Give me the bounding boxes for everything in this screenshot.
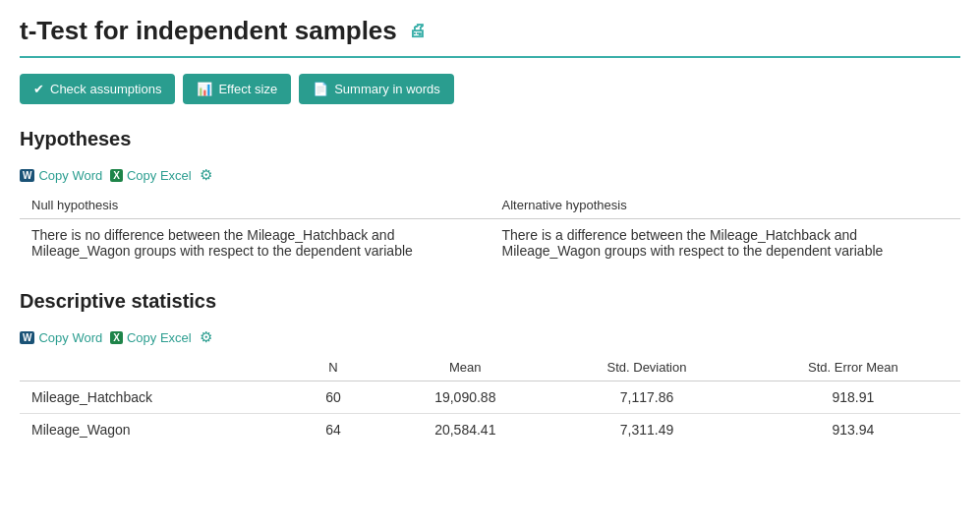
word-icon-2: W bbox=[20, 331, 34, 344]
hypotheses-title: Hypotheses bbox=[20, 128, 960, 156]
descriptive-copy-word[interactable]: W Copy Word bbox=[20, 330, 102, 345]
row-hatchback-mean: 19,090.88 bbox=[382, 381, 548, 414]
hypotheses-table: Null hypothesis Alternative hypothesis T… bbox=[20, 192, 960, 266]
toolbar: ✔ Check assumptions 📊 Effect size 📄 Summ… bbox=[20, 74, 960, 104]
col-std-dev-header: Std. Deviation bbox=[548, 354, 745, 381]
descriptive-copy-excel[interactable]: X Copy Excel bbox=[110, 330, 191, 345]
col-mean-header: Mean bbox=[382, 354, 548, 381]
hypotheses-copy-word[interactable]: W Copy Word bbox=[20, 168, 102, 183]
descriptive-settings-icon[interactable]: ⚙ bbox=[200, 328, 212, 346]
hypotheses-copy-bar: W Copy Word X Copy Excel ⚙ bbox=[20, 166, 960, 184]
null-hypothesis-cell: There is no difference between the Milea… bbox=[20, 219, 490, 267]
row-wagon-std-dev: 7,311.49 bbox=[548, 414, 745, 446]
check-assumptions-button[interactable]: ✔ Check assumptions bbox=[20, 74, 175, 104]
hypotheses-settings-icon[interactable]: ⚙ bbox=[200, 166, 212, 184]
word-icon: W bbox=[20, 169, 34, 182]
descriptive-stats-copy-bar: W Copy Word X Copy Excel ⚙ bbox=[20, 328, 960, 346]
col-n-header: N bbox=[284, 354, 383, 381]
row-hatchback-name: Mileage_Hatchback bbox=[20, 381, 284, 414]
summary-words-button[interactable]: 📄 Summary in words bbox=[299, 74, 454, 104]
descriptive-stats-title: Descriptive statistics bbox=[20, 290, 960, 319]
table-row: Mileage_Wagon 64 20,584.41 7,311.49 913.… bbox=[20, 414, 960, 446]
row-wagon-name: Mileage_Wagon bbox=[20, 414, 284, 446]
check-icon: ✔ bbox=[33, 82, 44, 96]
chart-icon: 📊 bbox=[197, 82, 212, 96]
excel-icon: X bbox=[110, 169, 123, 182]
hypotheses-section: Hypotheses W Copy Word X Copy Excel ⚙ Nu… bbox=[20, 128, 960, 266]
col-std-err-header: Std. Error Mean bbox=[746, 354, 960, 381]
row-wagon-mean: 20,584.41 bbox=[382, 414, 548, 446]
alt-hypothesis-header: Alternative hypothesis bbox=[490, 192, 961, 219]
doc-icon: 📄 bbox=[313, 82, 328, 96]
excel-icon-2: X bbox=[110, 331, 123, 344]
alt-hypothesis-cell: There is a difference between the Mileag… bbox=[490, 219, 961, 267]
row-hatchback-std-err: 918.91 bbox=[746, 381, 960, 414]
row-hatchback-std-dev: 7,117.86 bbox=[548, 381, 745, 414]
row-wagon-n: 64 bbox=[284, 414, 383, 446]
hypotheses-copy-excel[interactable]: X Copy Excel bbox=[110, 168, 191, 183]
row-hatchback-n: 60 bbox=[284, 381, 383, 414]
table-row: There is no difference between the Milea… bbox=[20, 219, 960, 267]
col-name-header bbox=[20, 354, 284, 381]
descriptive-stats-table: N Mean Std. Deviation Std. Error Mean Mi… bbox=[20, 354, 960, 445]
descriptive-stats-section: Descriptive statistics W Copy Word X Cop… bbox=[20, 290, 960, 445]
print-icon[interactable]: 🖨 bbox=[409, 21, 427, 41]
null-hypothesis-header: Null hypothesis bbox=[20, 192, 490, 219]
table-row: Mileage_Hatchback 60 19,090.88 7,117.86 … bbox=[20, 381, 960, 414]
page-title: t-Test for independent samples bbox=[20, 16, 397, 46]
row-wagon-std-err: 913.94 bbox=[746, 414, 960, 446]
effect-size-button[interactable]: 📊 Effect size bbox=[183, 74, 291, 104]
